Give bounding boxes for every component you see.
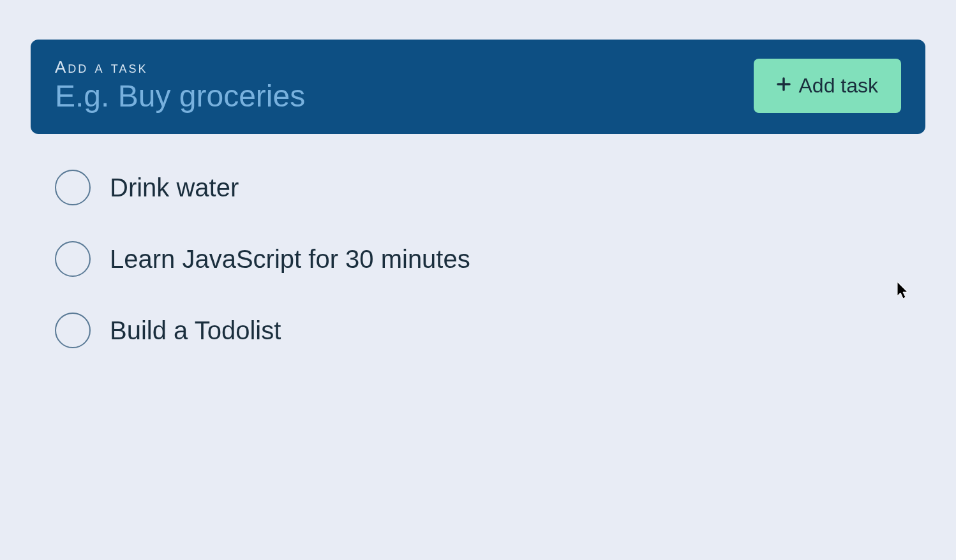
task-text: Drink water	[110, 173, 239, 202]
task-input[interactable]	[55, 78, 754, 114]
task-item: Build a Todolist	[55, 313, 925, 348]
input-area: Add a task	[55, 57, 754, 114]
add-task-button[interactable]: Add task	[754, 59, 901, 113]
task-text: Build a Todolist	[110, 316, 281, 345]
task-input-label: Add a task	[55, 57, 754, 77]
add-task-panel: Add a task Add task	[31, 40, 925, 134]
task-list: Drink water Learn JavaScript for 30 minu…	[31, 170, 925, 348]
task-item: Learn JavaScript for 30 minutes	[55, 241, 925, 277]
task-checkbox[interactable]	[55, 241, 91, 277]
task-item: Drink water	[55, 170, 925, 205]
add-task-button-label: Add task	[798, 74, 878, 98]
task-checkbox[interactable]	[55, 170, 91, 205]
plus-icon	[777, 77, 791, 94]
task-text: Learn JavaScript for 30 minutes	[110, 245, 470, 274]
task-checkbox[interactable]	[55, 313, 91, 348]
